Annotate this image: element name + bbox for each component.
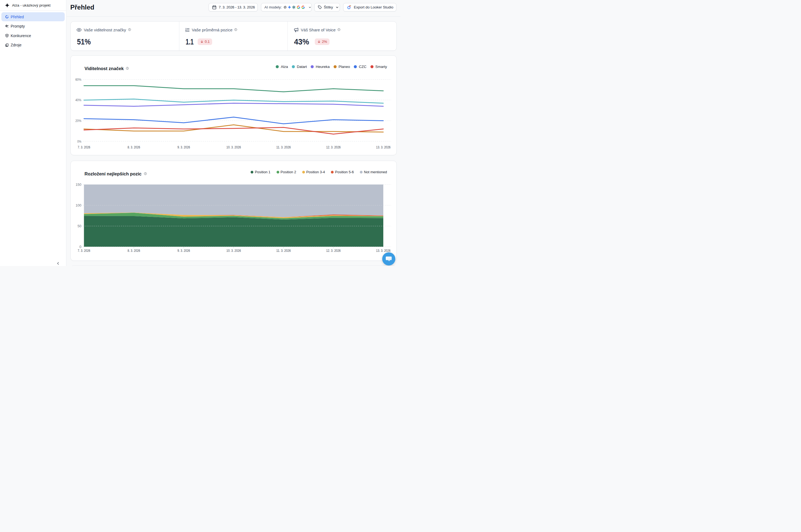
- svg-text:7. 3. 2026: 7. 3. 2026: [77, 145, 90, 149]
- svg-text:13. 3. 2026: 13. 3. 2026: [376, 145, 390, 149]
- svg-text:20%: 20%: [75, 119, 81, 123]
- svg-text:0%: 0%: [77, 139, 81, 143]
- svg-text:11. 3. 2026: 11. 3. 2026: [276, 145, 291, 149]
- svg-text:150: 150: [76, 183, 81, 187]
- svg-text:10. 3. 2026: 10. 3. 2026: [226, 145, 241, 149]
- svg-text:13. 3. 2026: 13. 3. 2026: [376, 249, 390, 253]
- svg-text:11. 3. 2026: 11. 3. 2026: [276, 249, 291, 253]
- svg-text:9. 3. 2026: 9. 3. 2026: [178, 249, 190, 253]
- svg-text:60%: 60%: [75, 77, 81, 81]
- svg-text:10. 3. 2026: 10. 3. 2026: [226, 249, 241, 253]
- svg-text:100: 100: [76, 203, 81, 207]
- svg-text:8. 3. 2026: 8. 3. 2026: [127, 249, 140, 253]
- svg-text:12. 3. 2026: 12. 3. 2026: [326, 249, 341, 253]
- svg-text:8. 3. 2026: 8. 3. 2026: [127, 145, 140, 149]
- svg-text:50: 50: [77, 224, 81, 228]
- svg-text:40%: 40%: [75, 98, 81, 102]
- svg-text:7. 3. 2026: 7. 3. 2026: [77, 249, 90, 253]
- svg-text:12. 3. 2026: 12. 3. 2026: [326, 145, 341, 149]
- svg-text:9. 3. 2026: 9. 3. 2026: [178, 145, 190, 149]
